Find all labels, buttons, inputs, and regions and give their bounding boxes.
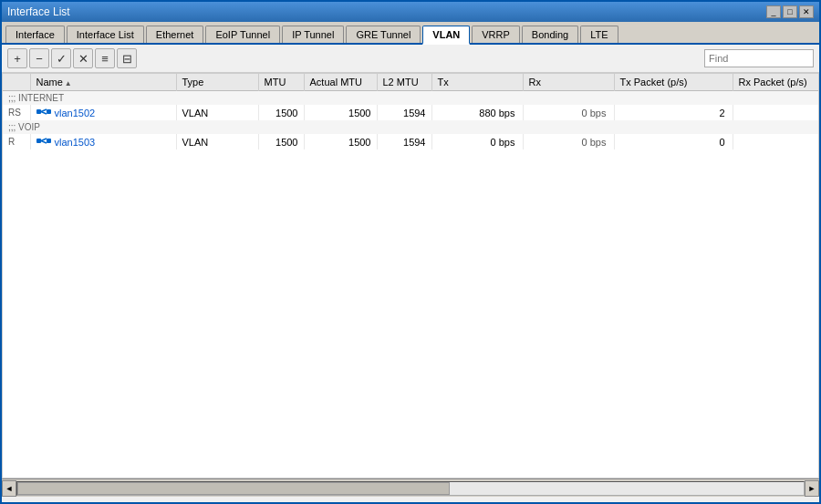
col-header-tx[interactable]: Tx [431,74,523,91]
svg-line-3 [41,112,47,115]
interface-name: vlan1503 [36,136,171,148]
interface-name-text: vlan1502 [55,108,96,118]
svg-rect-5 [47,139,51,143]
cell-tx-packet: 2 [614,105,733,120]
svg-rect-0 [36,109,41,114]
cell-name: vlan1502 [30,105,176,120]
tab-bonding[interactable]: Bonding [522,26,578,43]
col-header-rx-packet[interactable]: Rx Packet (p/s) [733,74,819,91]
col-header-mtu[interactable]: MTU [258,74,304,91]
remove-button[interactable]: − [29,48,49,68]
tab-gre-tunnel[interactable]: GRE Tunnel [346,26,421,43]
interface-name: vlan1502 [36,107,171,118]
cell-mtu: 1500 [258,134,304,149]
cell-type: VLAN [176,134,258,149]
cell-rx-packet: 0 [733,105,819,120]
maximize-button[interactable]: □ [783,5,797,18]
scrollbar-container[interactable] [16,480,805,497]
cell-name: vlan1503 [30,134,176,149]
tab-lte[interactable]: LTE [580,26,618,43]
close-button[interactable]: ✕ [799,5,814,18]
status-bar: ◄ ► [2,478,819,497]
col-header-l2-mtu[interactable]: L2 MTU [377,74,431,91]
cell-tx-packet: 0 [614,134,733,149]
tab-ethernet[interactable]: Ethernet [146,26,204,43]
col-header-actual-mtu[interactable]: Actual MTU [304,74,377,91]
minimize-button[interactable]: _ [766,5,781,18]
cell-flag: R [3,134,30,149]
col-header-name[interactable]: Name▲ [30,74,176,91]
cell-mtu: 1500 [258,105,304,120]
interface-icon [36,107,51,118]
tab-interface[interactable]: Interface [5,26,65,43]
scroll-left-button[interactable]: ◄ [2,480,16,497]
disable-button[interactable]: ✕ [73,48,93,68]
tab-vrrp[interactable]: VRRP [472,26,520,43]
cell-rx: 0 bps [523,105,614,120]
tab-eoip-tunnel[interactable]: EoIP Tunnel [205,26,280,43]
col-header-rx[interactable]: Rx [523,74,614,91]
scroll-right-button[interactable]: ► [805,480,819,497]
main-window: Interface List _ □ ✕ InterfaceInterface … [0,0,821,504]
tab-interface-list[interactable]: Interface List [67,26,144,43]
svg-rect-4 [36,139,41,143]
tab-bar: InterfaceInterface ListEthernetEoIP Tunn… [2,22,819,45]
find-input[interactable] [704,49,814,67]
col-header-flag[interactable] [3,74,30,91]
cell-type: VLAN [176,105,258,120]
interface-name-text: vlan1503 [55,137,96,148]
table-row[interactable]: R vlan1503VLAN1500150015940 bps0 bps00 [3,134,819,149]
svg-rect-1 [47,109,51,114]
cell-tx: 0 bps [431,134,523,149]
cell-rx: 0 bps [523,134,614,149]
group-header-voip: ;;; VOIP [3,120,819,134]
cell-rx-packet: 0 [733,134,819,149]
col-header-tx-packet[interactable]: Tx Packet (p/s) [614,74,733,91]
toolbar: + − ✓ ✕ ≡ ⊟ [2,45,819,73]
cell-l2-mtu: 1594 [377,134,431,149]
col-header-type[interactable]: Type [176,74,258,91]
comment-button[interactable]: ≡ [95,48,115,68]
interface-table: Name▲TypeMTUActual MTUL2 MTUTxRxTx Packe… [3,74,819,149]
title-bar: Interface List _ □ ✕ [2,2,819,22]
cell-flag: RS [3,105,30,120]
filter-button[interactable]: ⊟ [117,48,137,68]
cell-l2-mtu: 1594 [377,105,431,120]
window-title: Interface List [7,5,70,18]
tab-ip-tunnel[interactable]: IP Tunnel [282,26,344,43]
interface-icon [36,136,51,148]
cell-tx: 880 bps [431,105,523,120]
cell-actual-mtu: 1500 [304,134,377,149]
add-button[interactable]: + [7,48,27,68]
title-bar-buttons: _ □ ✕ [766,5,814,18]
tab-vlan[interactable]: VLAN [422,26,470,45]
group-header-internet: ;;; INTERNET [3,91,819,106]
cell-actual-mtu: 1500 [304,105,377,120]
enable-button[interactable]: ✓ [51,48,71,68]
svg-line-7 [41,141,47,144]
table-row[interactable]: RS vlan1502VLAN150015001594880 bps0 bps2… [3,105,819,120]
table-container[interactable]: Name▲TypeMTUActual MTUL2 MTUTxRxTx Packe… [2,73,819,478]
